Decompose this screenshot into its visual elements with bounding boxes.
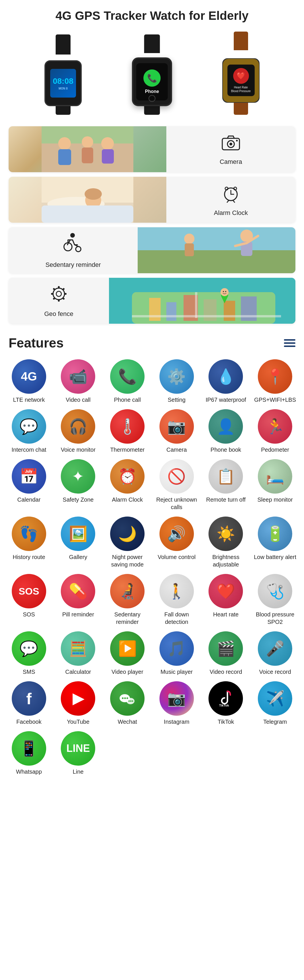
svg-rect-7 — [102, 149, 114, 164]
feature-item-night-mode[interactable]: 🌙Night power saving mode — [104, 517, 150, 568]
feature-item-pedometer[interactable]: 🏃Pedometer — [252, 409, 298, 453]
feature-item-phone-call[interactable]: 📞Phone call — [104, 359, 150, 404]
feature-item-intercom[interactable]: 💬Intercom chat — [6, 409, 52, 453]
feature-item-video-record[interactable]: 🎬Video record — [203, 632, 249, 676]
svg-point-34 — [184, 234, 195, 244]
watch-1: 08:08 MON 8 — [20, 35, 106, 115]
feature-icon-voice-monitor: 🎧 — [61, 409, 95, 444]
feature-item-setting[interactable]: ⚙️Setting — [154, 359, 200, 404]
svg-point-61 — [124, 697, 126, 699]
feature-item-youtube[interactable]: ▶YouTube — [55, 681, 101, 725]
feature-item-facebook[interactable]: fFacebook — [6, 681, 52, 725]
feature-item-voice-monitor[interactable]: 🎧Voice monitor — [55, 409, 101, 453]
watch3-label: Heart Rate Blood Pressure — [231, 86, 251, 93]
feature-icon-voice-record: 🎤 — [258, 632, 292, 666]
feature-label-setting: Setting — [168, 396, 185, 404]
feature-item-line[interactable]: LINELine — [55, 731, 101, 775]
feature-icon-reject-calls: 🚫 — [160, 459, 194, 493]
feature-item-reject-calls[interactable]: 🚫Reject unknown calls — [154, 459, 200, 511]
svg-point-27 — [76, 247, 81, 252]
feature-item-lte[interactable]: 4GLTE network — [6, 359, 52, 404]
svg-point-66 — [132, 700, 133, 702]
svg-rect-17 — [41, 205, 133, 223]
features-grid: 4GLTE network📹Video call📞Phone call⚙️Set… — [0, 356, 304, 784]
feature-label-history-route: History route — [13, 553, 45, 561]
feature-item-alarm-clock[interactable]: ⏰Alarm Clock — [104, 459, 150, 511]
feature-item-blood-pressure[interactable]: 🩺Blood pressure SPO2 — [252, 574, 298, 625]
svg-point-64 — [128, 700, 130, 702]
feature-item-gallery[interactable]: 🖼️Gallery — [55, 517, 101, 568]
feature-item-brightness[interactable]: ☀️Brightness adjustable — [203, 517, 249, 568]
feature-item-calendar[interactable]: 📅Calendar — [6, 459, 52, 511]
svg-rect-38 — [58, 286, 60, 288]
feature-item-thermometer[interactable]: 🌡️Thermometer — [104, 409, 150, 453]
feature-icon-calendar: 📅 — [12, 459, 46, 493]
svg-point-36 — [53, 288, 65, 300]
feature-item-sleep-monitor[interactable]: 🛏️Sleep monitor — [252, 459, 298, 511]
feature-icon-tiktok: TikTok — [209, 681, 243, 716]
feature-item-voice-record[interactable]: 🎤Voice record — [252, 632, 298, 676]
svg-rect-51 — [204, 299, 217, 321]
feature-label-lte: LTE network — [13, 396, 45, 404]
card-geo-left: Geo fence — [9, 278, 109, 323]
feature-item-wechat[interactable]: Wechat — [104, 681, 150, 725]
feature-item-heart-rate[interactable]: ❤️Heart rate — [203, 574, 249, 625]
svg-point-65 — [130, 700, 131, 702]
feature-label-sms: SMS — [23, 668, 35, 676]
feature-label-instagram: Instagram — [164, 718, 189, 725]
feature-item-waterproof[interactable]: 💧IP67 waterproof — [203, 359, 249, 404]
feature-icon-video-player: ▶️ — [110, 632, 144, 666]
feature-item-fall-detection[interactable]: 🚶Fall down detection — [154, 574, 200, 625]
feature-item-safety-zone[interactable]: ✦Safety Zone — [55, 459, 101, 511]
feature-icon-pill-reminder: 💊 — [61, 574, 95, 608]
svg-point-4 — [82, 136, 93, 148]
menu-icon[interactable] — [284, 339, 295, 347]
feature-label-youtube: YouTube — [67, 718, 89, 725]
feature-item-history-route[interactable]: 👣History route — [6, 517, 52, 568]
feature-icon-phone-call: 📞 — [110, 359, 144, 394]
feature-label-pill-reminder: Pill reminder — [62, 611, 94, 618]
card-sedentary-label: Sedentary reminder — [45, 261, 101, 269]
svg-point-21 — [225, 187, 228, 190]
feature-item-tiktok[interactable]: TikTok TikTok — [203, 681, 249, 725]
card-sedentary-image — [138, 227, 295, 273]
svg-point-37 — [56, 291, 62, 296]
feature-icon-sleep-monitor: 🛏️ — [258, 459, 292, 493]
feature-item-instagram[interactable]: 📷Instagram — [154, 681, 200, 725]
feature-item-sedentary-reminder[interactable]: 🧑‍🦼Sedentary reminder — [104, 574, 150, 625]
card-geo-image — [109, 278, 295, 324]
feature-card-camera: Camera — [9, 126, 295, 172]
feature-item-calculator[interactable]: 🧮Calculator — [55, 632, 101, 676]
feature-icon-video-record: 🎬 — [209, 632, 243, 666]
feature-item-phonebook[interactable]: 👤Phone book — [203, 409, 249, 453]
svg-rect-29 — [138, 250, 295, 273]
feature-item-battery-alert[interactable]: 🔋Low battery alert — [252, 517, 298, 568]
feature-item-telegram[interactable]: ✈️Telegram — [252, 681, 298, 725]
feature-item-sos[interactable]: SOSSOS — [6, 574, 52, 625]
feature-item-video-player[interactable]: ▶️Video player — [104, 632, 150, 676]
feature-label-calendar: Calendar — [17, 496, 40, 503]
feature-item-remote-off[interactable]: 📋Remote turn off — [203, 459, 249, 511]
feature-item-gps[interactable]: 📍GPS+WIFI+LBS — [252, 359, 298, 404]
feature-icon-camera: 📷 — [160, 409, 194, 444]
svg-point-58 — [225, 291, 226, 292]
feature-label-gallery: Gallery — [69, 553, 87, 561]
feature-label-thermometer: Thermometer — [110, 446, 144, 453]
feature-icon-intercom: 💬 — [12, 409, 46, 444]
feature-item-video-call[interactable]: 📹Video call — [55, 359, 101, 404]
feature-item-pill-reminder[interactable]: 💊Pill reminder — [55, 574, 101, 625]
svg-rect-54 — [132, 315, 281, 317]
card-alarm-label: Alarm Clock — [214, 209, 248, 217]
feature-item-music-player[interactable]: 🎵Music player — [154, 632, 200, 676]
feature-item-sms[interactable]: 💬SMS — [6, 632, 52, 676]
feature-item-camera[interactable]: 📷Camera — [154, 409, 200, 453]
feature-label-battery-alert: Low battery alert — [254, 553, 296, 561]
feature-label-pedometer: Pedometer — [261, 446, 289, 453]
svg-rect-55 — [195, 292, 197, 318]
feature-item-whatsapp[interactable]: 📱Whatsapp — [6, 731, 52, 775]
menu-line-3 — [284, 345, 295, 347]
feature-label-wechat: Wechat — [117, 718, 137, 725]
feature-item-volume[interactable]: 🔊Volume control — [154, 517, 200, 568]
watch-row: 08:08 MON 8 📞 Phone — [0, 29, 304, 123]
svg-rect-3 — [58, 149, 71, 165]
